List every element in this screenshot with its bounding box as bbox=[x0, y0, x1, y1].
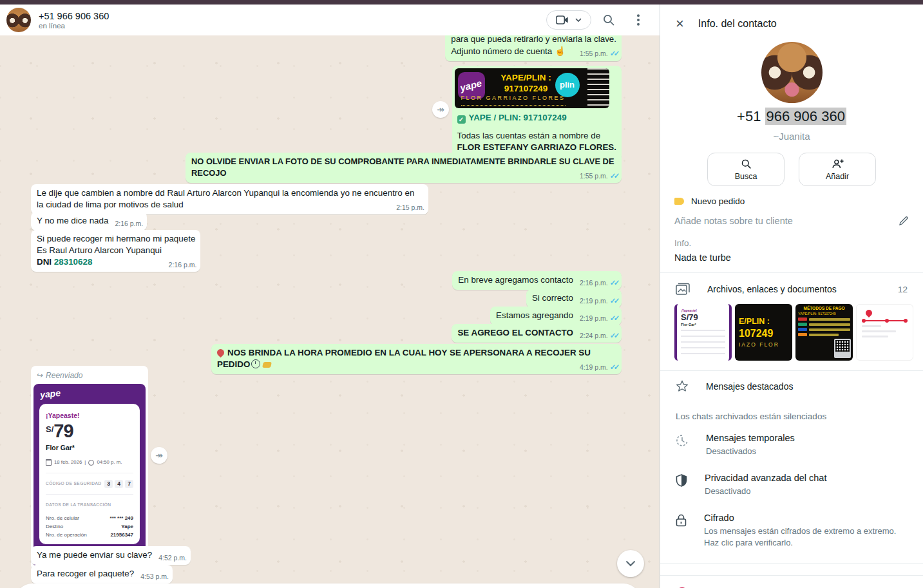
panel-title: Info. del contacto bbox=[698, 18, 777, 30]
receipt-datetime: 18 feb. 2026 | 04:50 p. m. bbox=[46, 457, 133, 468]
contact-avatar[interactable] bbox=[6, 8, 31, 32]
contact-header-info[interactable]: +51 966 906 360 en línea bbox=[39, 11, 109, 30]
message-meta: 2:24 p.m.✓✓ bbox=[580, 332, 618, 339]
selected-phone-text: 966 906 360 bbox=[765, 108, 846, 125]
message-line: Es Raul Arturo Alarcon Yupanqui bbox=[37, 245, 195, 256]
message-meta: 1:55 p.m.✓✓ bbox=[580, 172, 618, 180]
media-thumbnails: ¡Yapeaste! S/79 Flor Gar* E/PLIN : 10724… bbox=[660, 301, 923, 370]
search-icon bbox=[741, 158, 752, 169]
phone-link[interactable]: 917107249 bbox=[524, 113, 567, 122]
whatsapp-app: +51 966 906 360 en línea bbox=[0, 5, 923, 588]
media-links-docs-row[interactable]: Archivos, enlaces y documentos 12 bbox=[660, 273, 923, 301]
add-contact-button[interactable]: Añadir bbox=[799, 153, 876, 186]
caption-line: Todas las cuentas están a nombre de bbox=[457, 130, 617, 142]
message-row: para que pueda retirarlo y enviarla la c… bbox=[0, 35, 660, 61]
advanced-privacy-row[interactable]: Privacidad avanzada del chat Desactivado bbox=[660, 465, 923, 505]
person-add-icon bbox=[832, 158, 844, 169]
message-meta: 1:55 p.m.✓✓ bbox=[580, 50, 618, 57]
incoming-message-bubble[interactable]: Y no me dice nada 2:16 p.m. bbox=[31, 212, 147, 231]
read-ticks-icon: ✓✓ bbox=[610, 279, 618, 287]
forward-message-button[interactable]: ↠ bbox=[432, 101, 449, 118]
block-contact-row[interactable]: Bloquear a +51 966 906 360 bbox=[660, 576, 923, 588]
receipt-payee: Flor Gar* bbox=[46, 442, 133, 453]
contact-info-panel: × Info. del contacto +51 966 906 360 ~Ju… bbox=[660, 5, 923, 588]
forward-message-button[interactable]: ↠ bbox=[151, 447, 167, 464]
media-thumbnail-payment-methods[interactable]: MÉTODOS DE PAGO YAPE/PLIN: 917107249 bbox=[795, 304, 853, 361]
contact-name: +51 966 906 360 bbox=[39, 11, 109, 21]
disappearing-messages-row[interactable]: Mensajes temporales Desactivados bbox=[660, 425, 923, 465]
message-text: En breve agregamos contacto bbox=[458, 275, 573, 285]
contact-actions: Busca Añadir bbox=[660, 153, 923, 186]
message-text: Ya me puede enviar su clave? bbox=[37, 550, 152, 560]
info-section: Info. Nada te turbe bbox=[660, 227, 923, 263]
incoming-message-bubble[interactable]: Le dije que cambien a nombre dd Raul Art… bbox=[31, 184, 428, 214]
yape-receipt-image[interactable]: yape ¡Yapeaste! S/79 Flor Gar* 18 feb. 2… bbox=[33, 384, 146, 568]
contact-phone-number: +51 966 906 360 bbox=[660, 108, 923, 125]
customer-notes-field[interactable]: Añade notas sobre tu cliente bbox=[660, 206, 923, 227]
label-tag-icon bbox=[674, 198, 684, 205]
outgoing-message-bubble[interactable]: En breve agregamos contacto 2:16 p.m.✓✓ bbox=[452, 271, 622, 290]
chat-header-actions bbox=[546, 8, 651, 32]
outgoing-media-bubble[interactable]: yape YAPE/PLIN : 917107249 plin FLOR GAR… bbox=[452, 66, 622, 166]
video-call-button[interactable] bbox=[546, 10, 591, 30]
media-gallery-icon bbox=[676, 283, 690, 296]
read-ticks-icon: ✓✓ bbox=[610, 172, 618, 180]
message-text: Estamos agregando bbox=[496, 310, 573, 320]
security-code-row: CÓDIGO DE SEGURIDAD 3 4 7 bbox=[46, 478, 133, 489]
outgoing-message-bubble[interactable]: Estamos agregando 2:19 p.m.✓✓ bbox=[490, 307, 622, 325]
message-row: Si puede recoger mi hermano mi paquete E… bbox=[0, 230, 660, 272]
media-count: 12 bbox=[898, 285, 908, 294]
security-digit: 4 bbox=[115, 480, 123, 488]
menu-kebab-icon[interactable] bbox=[626, 8, 651, 32]
incoming-message-bubble[interactable]: Ya me puede enviar su clave? 4:52 p.m. bbox=[31, 546, 191, 565]
incoming-message-bubble[interactable]: Para recoger el paquete? 4:53 p.m. bbox=[31, 565, 173, 583]
encryption-row[interactable]: Cifrado Los mensajes están cifrados de e… bbox=[660, 505, 923, 556]
message-row: Ya me puede enviar su clave? 4:52 p.m. bbox=[0, 546, 660, 565]
outgoing-message-bubble[interactable]: para que pueda retirarlo y enviarla la c… bbox=[445, 35, 622, 61]
business-label-row[interactable]: Nuevo pedido bbox=[660, 190, 923, 206]
video-camera-icon bbox=[556, 15, 569, 24]
forwarded-receipt-bubble[interactable]: ↪Reenviado yape ¡Yapeaste! S/79 Flor Gar… bbox=[31, 366, 148, 571]
media-thumbnail-yape-banner[interactable]: E/PLIN : 107249 IAZO FLOR bbox=[735, 304, 792, 361]
message-meta: 2:19 p.m.✓✓ bbox=[580, 297, 618, 305]
green-check-icon: ✓ bbox=[457, 115, 466, 124]
close-icon[interactable]: × bbox=[676, 17, 684, 30]
info-label: Info. bbox=[674, 238, 909, 248]
lock-icon bbox=[676, 514, 687, 527]
banner-title: YAPE/PLIN : 917107249 bbox=[488, 72, 564, 94]
dni-link[interactable]: 28310628 bbox=[54, 257, 93, 267]
security-digit: 7 bbox=[125, 480, 133, 488]
message-input-bar[interactable] bbox=[15, 583, 640, 588]
message-meta: 4:52 p.m. bbox=[158, 554, 187, 562]
message-text: NO OLVIDE ENVIAR LA FOTO DE SU COMPROBAN… bbox=[191, 156, 614, 178]
search-icon[interactable] bbox=[596, 8, 621, 32]
outgoing-message-bubble[interactable]: NO OLVIDE ENVIAR LA FOTO DE SU COMPROBAN… bbox=[186, 153, 622, 183]
yape-plin-banner-image[interactable]: yape YAPE/PLIN : 917107249 plin FLOR GAR… bbox=[455, 68, 609, 108]
media-thumbnail-yape-receipt[interactable]: ¡Yapeaste! S/79 Flor Gar* bbox=[674, 304, 732, 361]
calendar-icon bbox=[46, 459, 52, 466]
media-thumbnail-tracking[interactable] bbox=[856, 304, 913, 361]
info-value: Nada te turbe bbox=[674, 252, 909, 263]
message-meta: 2:15 p.m. bbox=[396, 204, 424, 211]
caption-label: YAPE / PLIN: bbox=[469, 113, 524, 122]
message-row: ↠ yape YAPE/PLIN : 917107249 plin FLOR G… bbox=[0, 66, 660, 166]
yape-logo: yape bbox=[33, 384, 61, 405]
chat-header: +51 966 906 360 en línea bbox=[0, 5, 660, 35]
outgoing-message-bubble[interactable]: SE AGREGO EL CONTACTO 2:24 p.m.✓✓ bbox=[452, 324, 622, 343]
contact-profile-photo[interactable] bbox=[761, 42, 823, 103]
scroll-to-bottom-button[interactable] bbox=[617, 550, 644, 577]
message-row: Le dije que cambien a nombre dd Raul Art… bbox=[0, 184, 660, 214]
receipt-title: ¡Yapeaste! bbox=[46, 410, 133, 421]
message-line: Si puede recoger mi hermano mi paquete bbox=[37, 233, 195, 245]
incoming-message-bubble[interactable]: Si puede recoger mi hermano mi paquete E… bbox=[31, 230, 200, 272]
pointing-up-emoji: ☝ bbox=[555, 46, 566, 56]
outgoing-message-bubble[interactable]: Si correcto 2:19 p.m.✓✓ bbox=[526, 289, 622, 308]
message-text: Y no me dice nada bbox=[37, 216, 108, 225]
online-status: en línea bbox=[39, 22, 109, 30]
message-meta: 2:19 p.m.✓✓ bbox=[580, 314, 618, 322]
read-ticks-icon: ✓✓ bbox=[610, 332, 618, 339]
forwarded-label: ↪Reenviado bbox=[33, 368, 146, 384]
starred-messages-row[interactable]: Mensajes destacados bbox=[660, 371, 923, 401]
pencil-icon[interactable] bbox=[899, 216, 909, 226]
search-chat-button[interactable]: Busca bbox=[707, 153, 785, 186]
